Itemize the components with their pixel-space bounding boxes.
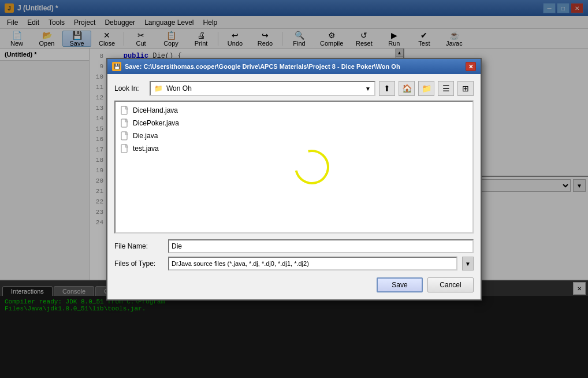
nav-home-button[interactable]: 🏠 (399, 81, 415, 96)
nav-new-folder-button[interactable]: 📁 (418, 81, 434, 96)
dialog-icon: 💾 (112, 62, 121, 71)
dialog-body: Look In: 📁 Won Oh ▼ ⬆ 🏠 📁 ☰ ⊞ (107, 74, 481, 299)
nav-up-button[interactable]: ⬆ (379, 81, 395, 96)
dialog-overlay: 💾 Save: C:\Users\thomas.cooper\Google Dr… (0, 0, 588, 378)
folder-icon: 📁 (154, 84, 163, 92)
cancel-dialog-button[interactable]: Cancel (427, 277, 474, 292)
dropdown-arrow: ▼ (365, 86, 371, 92)
type-dropdown-arrow[interactable]: ▼ (462, 257, 474, 270)
dialog-buttons: Save Cancel (114, 277, 474, 292)
file-item-3[interactable]: test.java (118, 142, 470, 155)
file-item-0[interactable]: DiceHand.java (118, 104, 470, 117)
dialog-title-text: Save: C:\Users\thomas.cooper\Google Driv… (125, 63, 466, 70)
nav-list-view-button[interactable]: ☰ (438, 81, 454, 96)
file-icon-0 (120, 106, 129, 115)
look-in-dropdown[interactable]: 📁 Won Oh ▼ (150, 81, 375, 96)
file-list[interactable]: DiceHand.java DicePoker.java Die.java (114, 101, 474, 234)
file-name-row: File Name: (114, 239, 474, 253)
file-item-1[interactable]: DicePoker.java (118, 117, 470, 129)
file-icon-2 (120, 131, 129, 140)
file-type-row: Files of Type: DrJava source files (*.ja… (114, 257, 474, 270)
files-of-type-label: Files of Type: (114, 260, 163, 268)
file-item-2[interactable]: Die.java (118, 129, 470, 142)
file-name-0: DiceHand.java (133, 106, 178, 114)
look-in-value: Won Oh (166, 84, 192, 92)
save-dialog: 💾 Save: C:\Users\thomas.cooper\Google Dr… (106, 58, 482, 301)
file-name-2: Die.java (133, 132, 158, 140)
files-of-type-dropdown[interactable]: DrJava source files (*.java, *.dj, *.dj0… (168, 257, 457, 270)
file-name-3: test.java (133, 144, 159, 153)
file-name-input[interactable] (168, 239, 474, 253)
file-icon-3 (120, 144, 129, 153)
dialog-close-button[interactable]: ✕ (466, 62, 476, 71)
files-of-type-value: DrJava source files (*.java, *.dj, *.dj0… (172, 260, 454, 267)
file-name-label: File Name: (114, 242, 163, 250)
dialog-title-bar: 💾 Save: C:\Users\thomas.cooper\Google Dr… (107, 59, 481, 74)
look-in-row: Look In: 📁 Won Oh ▼ ⬆ 🏠 📁 ☰ ⊞ (114, 81, 474, 96)
save-dialog-button[interactable]: Save (377, 277, 423, 292)
file-icon-1 (120, 118, 129, 128)
file-name-1: DicePoker.java (133, 119, 179, 127)
nav-detail-view-button[interactable]: ⊞ (457, 81, 474, 96)
look-in-label: Look In: (114, 84, 146, 92)
